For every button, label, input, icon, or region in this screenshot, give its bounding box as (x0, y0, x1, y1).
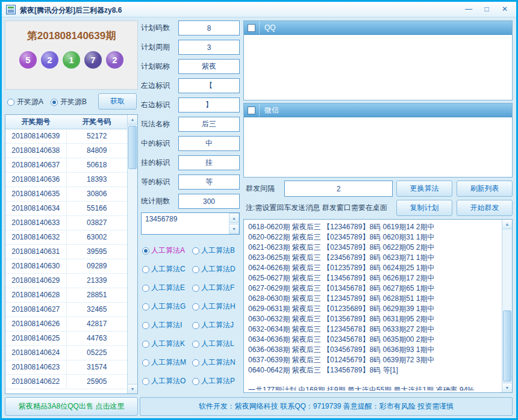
table-row[interactable]: 20180814063455166 (5, 202, 127, 216)
plan-codes-input[interactable] (178, 20, 240, 36)
table-row[interactable]: 20180814062921339 (5, 274, 127, 288)
field-label: 左边标识 (141, 81, 178, 91)
algo-radio-h[interactable]: 人工算法H (192, 299, 242, 314)
plan-output[interactable]: 0618-0620期 紫夜后三 【12346789】8码 0619期14 2期中… (243, 219, 513, 393)
algo-radio-i[interactable]: 人工算法I (142, 318, 192, 333)
fetch-button[interactable]: 获取 (98, 93, 137, 110)
column-header-number: 开奖号码 (66, 115, 127, 129)
table-row[interactable]: 20180814063009289 (5, 259, 127, 274)
field-label: 统计期数 (141, 196, 178, 206)
select-all-checkbox[interactable] (248, 107, 255, 114)
scroll-up-icon[interactable]: ▲ (502, 220, 512, 229)
table-row[interactable]: 20180814063530806 (5, 187, 127, 202)
scroll-down-icon[interactable]: ▼ (128, 384, 137, 394)
checkbox-column (244, 103, 260, 117)
copy-plan-button[interactable]: 复制计划 (396, 200, 452, 216)
draw-period: 201808140637 (5, 158, 67, 172)
plan-text: 0618-0620期 紫夜后三 【12346789】8码 0619期14 2期中… (248, 222, 499, 391)
code-spinner[interactable]: 13456789 ▲ ▼ (141, 212, 240, 235)
table-row[interactable]: 20180814062225905 (5, 375, 127, 389)
table-row[interactable]: 20180814063303827 (5, 216, 127, 230)
minimize-icon[interactable]: — (461, 4, 476, 16)
algo-radio-f[interactable]: 人工算法F (192, 280, 242, 295)
table-row[interactable]: 20180814063263002 (5, 230, 127, 245)
scroll-up-icon[interactable]: ▲ (128, 115, 137, 125)
plan-line: 0624-0626期 紫夜后三 【01235789】8码 0624期25 1期中 (248, 263, 499, 273)
draw-number: 05225 (67, 346, 128, 360)
wait-mark-input[interactable] (178, 174, 240, 190)
refresh-list-button[interactable]: 刷新列表 (457, 181, 513, 197)
field-row: 左边标识 (141, 78, 240, 93)
right-mark-input[interactable] (178, 97, 240, 113)
change-algorithm-button[interactable]: 更换算法 (396, 181, 452, 197)
draw-number: 52172 (67, 129, 128, 143)
radio-icon (142, 285, 149, 292)
algo-radio-k[interactable]: 人工算法K (142, 336, 192, 351)
plan-scrollbar[interactable]: ▲ ▼ (502, 220, 512, 392)
algo-radio-l[interactable]: 人工算法L (192, 336, 242, 351)
algo-radio-b[interactable]: 人工算法B (192, 243, 242, 258)
plan-line: 0634-0636期 紫夜后三 【02345678】8码 0635期00 2期中 (248, 335, 499, 345)
interval-input[interactable] (284, 181, 393, 197)
table-row[interactable]: 20180814063750618 (5, 158, 127, 173)
table-row[interactable]: 20180814062732465 (5, 303, 127, 317)
scrollbar-thumb[interactable] (503, 310, 511, 381)
source-b-label: 开奖源B (60, 97, 87, 107)
select-all-checkbox[interactable] (248, 24, 255, 32)
field-row: 玩法名称 (141, 117, 240, 132)
algo-radio-g[interactable]: 人工算法G (142, 299, 192, 314)
app-icon (6, 5, 16, 14)
algo-radio-a[interactable]: 人工算法A (142, 243, 192, 258)
algo-radio-c[interactable]: 人工算法C (142, 262, 192, 277)
algo-radio-o[interactable]: 人工算法O (142, 374, 192, 389)
algo-radio-j[interactable]: 人工算法J (192, 318, 242, 333)
field-label: 玩法名称 (141, 119, 178, 129)
algo-radio-n[interactable]: 人工算法N (192, 355, 242, 370)
table-row[interactable]: 20180814062544763 (5, 332, 127, 346)
table-row[interactable]: 20180814062405225 (5, 346, 127, 360)
draw-number: 50618 (67, 158, 128, 172)
radio-source-a[interactable]: 开奖源A (7, 97, 43, 107)
scrollbar-thumb[interactable] (128, 126, 137, 169)
draw-number: 30806 (67, 187, 128, 201)
game-name-input[interactable] (178, 117, 240, 132)
wechat-header-label: 微信 (260, 105, 279, 116)
spin-down-icon[interactable]: ▼ (229, 224, 239, 234)
radio-icon (142, 322, 149, 329)
lose-mark-input[interactable] (178, 155, 240, 170)
lottery-ball: 2 (41, 51, 58, 69)
start-broadcast-button[interactable]: 开始群发 (457, 200, 513, 216)
table-row[interactable]: 20180814063884809 (5, 144, 127, 158)
table-row[interactable]: 20180814063952172 (5, 129, 127, 144)
algo-radio-d[interactable]: 人工算法D (192, 262, 242, 277)
algo-radio-m[interactable]: 人工算法M (142, 355, 192, 370)
table-row[interactable]: 20180814063618393 (5, 173, 127, 187)
table-row[interactable]: 20180814062331574 (5, 360, 127, 375)
draw-period: 201808140639 (5, 129, 67, 143)
scroll-down-icon[interactable]: ▼ (502, 383, 512, 392)
radio-icon (192, 378, 199, 385)
source-a-label: 开奖源A (17, 97, 43, 107)
stat-periods-input[interactable] (178, 194, 240, 209)
promo-button[interactable]: 紫夜精品3A8位QQ出售 点击这里 (5, 397, 138, 416)
table-scrollbar[interactable]: ▲ ▼ (127, 115, 137, 394)
close-icon[interactable]: ✕ (497, 4, 513, 16)
field-row: 挂的标识 (141, 155, 240, 170)
plan-line: 0637-0639期 紫夜后三 【01245679】8码 0639期72 3期中 (248, 355, 499, 365)
plan-summary: 一共177期计划 中168期 挂9期 最大连中55期 最大连挂1期 准确率 94… (248, 385, 499, 391)
algo-radio-p[interactable]: 人工算法P (192, 374, 242, 389)
spin-up-icon[interactable]: ▲ (229, 213, 239, 223)
win-mark-input[interactable] (178, 136, 240, 151)
left-mark-input[interactable] (178, 78, 240, 93)
table-row[interactable]: 20180814063139595 (5, 245, 127, 259)
maximize-icon[interactable]: □ (479, 4, 495, 16)
radio-source-b[interactable]: 开奖源B (51, 97, 87, 107)
interval-label: 群发间隔 (246, 181, 275, 197)
algo-radio-e[interactable]: 人工算法E (142, 280, 192, 295)
draw-period: 201808140624 (5, 346, 67, 360)
table-row[interactable]: 20180814062642817 (5, 317, 127, 332)
draw-period: 201808140638 (5, 144, 67, 158)
plan-nickname-input[interactable] (178, 59, 240, 74)
plan-cycle-input[interactable] (178, 40, 240, 55)
table-row[interactable]: 20180814062828851 (5, 288, 127, 303)
